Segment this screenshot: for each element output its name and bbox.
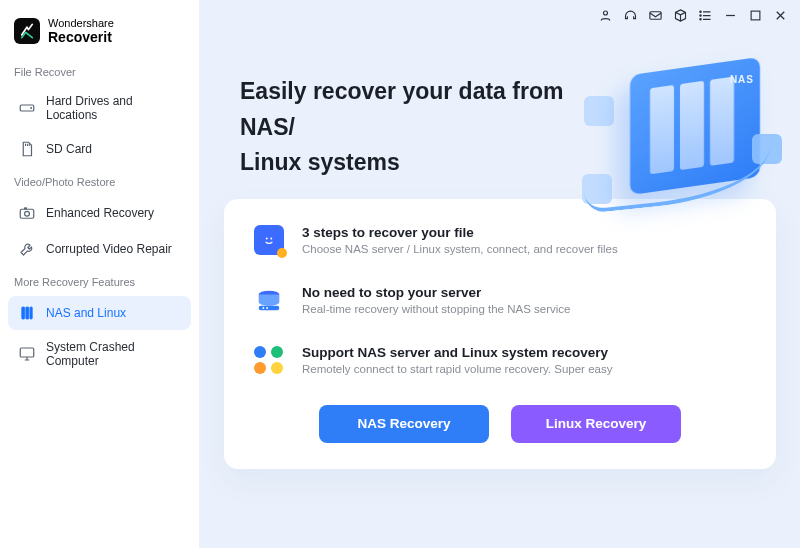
illus-nas-label: NAS [730,74,754,85]
server-icon [18,304,36,322]
svg-rect-5 [22,307,25,319]
sidebar-item-sd-card[interactable]: SD Card [8,132,191,166]
feature-no-stop-server: No need to stop your server Real-time re… [254,285,746,315]
page-title-line1: Easily recover your data from NAS/ [240,78,563,140]
sidebar-item-label: NAS and Linux [46,306,126,320]
feature-title: No need to stop your server [302,285,570,300]
svg-point-16 [270,237,272,239]
svg-point-20 [266,307,268,309]
sidebar-item-label: Hard Drives and Locations [46,94,181,122]
brand-logo [14,18,40,44]
wrench-icon [18,240,36,258]
page-title: Easily recover your data from NAS/ Linux… [240,74,620,181]
recoverit-logo-icon [19,23,35,39]
feature-card: 3 steps to recover your file Choose NAS … [224,199,776,469]
sidebar-item-label: SD Card [46,142,92,156]
svg-rect-6 [26,307,29,319]
sidebar-item-label: Enhanced Recovery [46,206,154,220]
feature-desc: Remotely connect to start rapid volume r… [302,363,612,375]
page-title-line2: Linux systems [240,149,400,175]
section-file-recover-label: File Recover [8,58,191,84]
brand-text: Wondershare Recoverit [48,18,114,44]
sidebar-item-corrupted-video-repair[interactable]: Corrupted Video Repair [8,232,191,266]
sidebar: Wondershare Recoverit File Recover Hard … [0,0,200,548]
feature-title: Support NAS server and Linux system reco… [302,345,612,360]
smiley-screen-icon [254,225,284,255]
svg-rect-7 [30,307,32,319]
svg-rect-2 [20,209,34,218]
illus-chip-image-icon [752,134,782,164]
hdd-icon [18,99,36,117]
svg-point-15 [266,237,268,239]
server-disk-icon [254,285,284,315]
hero: Easily recover your data from NAS/ Linux… [200,0,800,199]
svg-point-3 [25,212,30,217]
section-video-photo-label: Video/Photo Restore [8,168,191,194]
feature-support-nas-linux: Support NAS server and Linux system reco… [254,345,746,375]
sidebar-item-hard-drives[interactable]: Hard Drives and Locations [8,86,191,130]
nas-recovery-button[interactable]: NAS Recovery [319,405,489,443]
sdcard-icon [18,140,36,158]
svg-rect-4 [24,208,27,210]
camera-icon [18,204,36,222]
brand: Wondershare Recoverit [8,14,191,58]
feature-3-steps: 3 steps to recover your file Choose NAS … [254,225,746,255]
sidebar-item-label: System Crashed Computer [46,340,181,368]
section-more-features-label: More Recovery Features [8,268,191,294]
brand-line1: Wondershare [48,18,114,30]
sidebar-item-enhanced-recovery[interactable]: Enhanced Recovery [8,196,191,230]
feature-desc: Choose NAS server / Linux system, connec… [302,243,618,255]
illus-nas-box [630,57,760,195]
svg-point-1 [30,107,32,109]
monitor-icon [18,345,36,363]
svg-rect-8 [20,348,34,357]
feature-desc: Real-time recovery without stopping the … [302,303,570,315]
four-dots-icon [254,345,284,375]
sidebar-item-system-crashed[interactable]: System Crashed Computer [8,332,191,376]
svg-point-19 [262,307,264,309]
sidebar-item-label: Corrupted Video Repair [46,242,172,256]
sidebar-item-nas-linux[interactable]: NAS and Linux [8,296,191,330]
brand-line2: Recoverit [48,30,114,45]
action-row: NAS Recovery Linux Recovery [254,405,746,443]
main-content: Easily recover your data from NAS/ Linux… [200,0,800,548]
feature-title: 3 steps to recover your file [302,225,618,240]
linux-recovery-button[interactable]: Linux Recovery [511,405,681,443]
svg-rect-18 [259,306,280,311]
